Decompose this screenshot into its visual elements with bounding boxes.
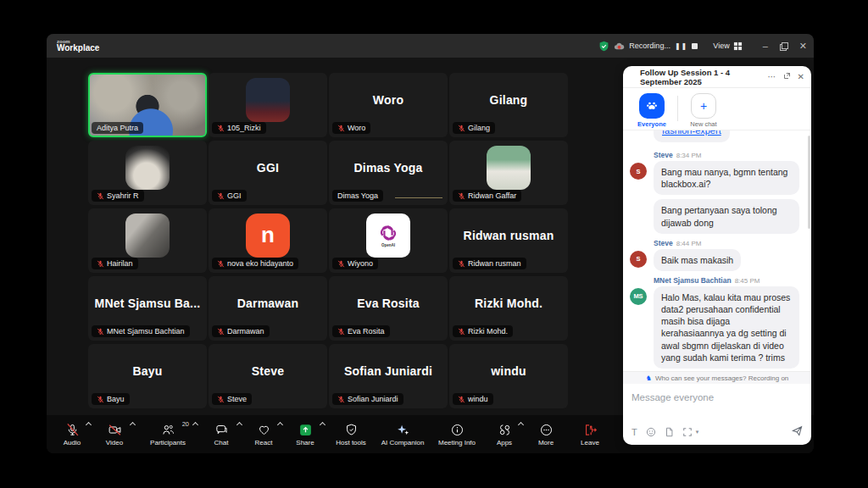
chat-link[interactable]: fashion-expert (662, 130, 721, 136)
muted-mic-icon (217, 396, 225, 403)
sender-name: Steve (654, 151, 673, 159)
react-button[interactable]: React (243, 415, 284, 453)
avatar: MS (630, 288, 647, 305)
host-tools-button[interactable]: Host tools (326, 415, 376, 453)
muted-mic-icon (337, 125, 345, 132)
chat-message-list[interactable]: fashion-expert Steve 8:34 PM S Bang mau … (623, 130, 811, 371)
chat-more-options-icon[interactable]: ⋯ (768, 73, 776, 81)
participant-tile-rizki-mohd[interactable]: Rizki Mohd. Rizki Mohd. (449, 276, 568, 341)
muted-mic-icon (217, 192, 225, 200)
clipped-message: fashion-expert (654, 130, 803, 147)
participant-label: Dimas Yoga (332, 190, 383, 202)
participant-tile-ridwan-rusman[interactable]: Ridwan rusman Ridwan rusman (449, 208, 568, 273)
chat-button[interactable]: Chat (199, 415, 243, 453)
participant-label: nova eko hidayanto (212, 258, 298, 269)
message-time: 8:34 PM (676, 152, 702, 159)
participants-options-caret[interactable] (193, 422, 198, 426)
participant-tile-nova-eko-hidayanto[interactable]: n nova eko hidayanto (209, 208, 327, 273)
participant-tile-gilang[interactable]: Gilang Gilang (449, 73, 568, 137)
chat-message-group: MNet Sjamsu Bachtian 8:45 PM MS Halo Mas… (630, 276, 803, 369)
apps-options-caret[interactable] (519, 422, 523, 426)
participant-label: Gilang (453, 122, 495, 134)
participant-tile-bayu[interactable]: Bayu Bayu (88, 344, 207, 408)
apps-button[interactable]: Apps (484, 415, 525, 453)
new-chat-button[interactable]: + New chat (685, 93, 722, 128)
text-format-icon[interactable]: T (632, 428, 637, 437)
muted-mic-icon (337, 396, 345, 403)
close-window-button[interactable]: ✕ (799, 42, 807, 51)
stop-recording-button[interactable] (692, 43, 698, 49)
chat-panel: Follow Up Session 1 - 4 September 2025 ⋯… (623, 66, 811, 445)
participant-tile-woro[interactable]: Woro Woro (329, 73, 448, 137)
participant-tile-aditya-putra[interactable]: Aditya Putra (88, 73, 207, 137)
participant-tile-wiyono[interactable]: OpenAI Wiyono (329, 208, 448, 273)
participant-tile-ridwan-gaffar[interactable]: Ridwan Gaffar (449, 141, 568, 205)
privacy-notice[interactable]: ♞ Who can see your messages? Recording o… (623, 371, 811, 384)
chevron-down-icon[interactable]: ▾ (696, 429, 699, 435)
participant-tile-syahrir-r[interactable]: Syahrir R (88, 141, 207, 205)
participant-tile-ggi[interactable]: GGI GGI (209, 141, 327, 205)
participant-tile-darmawan[interactable]: Darmawan Darmawan (209, 276, 327, 341)
participants-button[interactable]: Participants 20 (136, 415, 199, 453)
participant-tile-windu[interactable]: windu windu (449, 344, 568, 408)
send-message-button[interactable] (792, 424, 803, 440)
chat-bubble-icon (214, 423, 229, 437)
security-shield-icon[interactable] (598, 41, 609, 52)
participant-tile-sofian-juniardi[interactable]: Sofian Juniardi Sofian Juniardi (329, 344, 448, 408)
zoom-workplace-logo: zoom Workplace (57, 39, 99, 53)
participant-label: Wiyono (332, 258, 378, 269)
participant-tile-105-rizki[interactable]: 105_Rizki (209, 73, 327, 137)
participant-label: Bayu (92, 393, 130, 405)
attach-file-icon[interactable] (665, 427, 674, 437)
avatar (487, 146, 531, 190)
more-button[interactable]: More (525, 415, 567, 453)
chat-message-input[interactable] (632, 392, 803, 402)
screen: zoom Workplace Recording... ❚❚ (0, 0, 868, 488)
letter-avatar: n (246, 214, 290, 258)
muted-mic-icon (217, 328, 225, 336)
avatar (125, 146, 170, 190)
react-options-caret[interactable] (278, 422, 282, 426)
pop-out-icon[interactable] (783, 72, 791, 81)
audio-indicator-line (395, 197, 442, 198)
participant-tile-eva-rosita[interactable]: Eva Rosita Eva Rosita (329, 276, 448, 341)
muted-mic-icon (217, 125, 225, 132)
audio-options-caret[interactable] (86, 422, 91, 426)
video-options-caret[interactable] (131, 422, 135, 426)
participant-label: windu (453, 393, 493, 405)
share-button[interactable]: Share (284, 415, 326, 453)
tab-everyone[interactable]: Everyone (633, 93, 670, 128)
participant-tile-dimas-yoga[interactable]: Dimas Yoga Dimas Yoga (329, 141, 448, 205)
ai-companion-button[interactable]: AI Companion (376, 415, 430, 453)
video-button[interactable]: Video (92, 415, 136, 453)
muted-mic-icon (337, 260, 345, 268)
leave-button[interactable]: Leave (567, 415, 613, 453)
muted-mic-icon (217, 260, 225, 268)
pause-recording-button[interactable]: ❚❚ (675, 42, 687, 50)
restore-button[interactable] (780, 42, 787, 50)
minimize-button[interactable]: – (763, 42, 768, 51)
muted-mic-icon (458, 328, 465, 336)
audio-button[interactable]: Audio (52, 415, 92, 453)
muted-mic-icon (97, 328, 104, 336)
message-time: 8:45 PM (735, 277, 760, 285)
close-chat-icon[interactable]: ✕ (798, 73, 804, 81)
muted-mic-toolbar-icon (65, 423, 80, 437)
chat-options-caret[interactable] (237, 422, 242, 426)
participant-tile-steve[interactable]: Steve Steve (209, 344, 327, 408)
participant-tile-mnet-sjamsu[interactable]: MNet Sjamsu Ba... MNet Sjamsu Bachtian (88, 276, 207, 341)
person-info-icon: ♞ (646, 374, 652, 382)
chat-scrollbar[interactable] (808, 136, 810, 229)
participant-tile-hairilan[interactable]: Hairilan (88, 208, 207, 273)
share-options-caret[interactable] (320, 422, 325, 426)
view-button[interactable]: View (713, 42, 742, 51)
screenshot-icon[interactable] (682, 427, 693, 437)
participant-label: Rizki Mohd. (453, 325, 513, 337)
meeting-info-button[interactable]: Meeting Info (430, 415, 484, 453)
grid-view-icon (733, 42, 743, 51)
emoji-picker-icon[interactable] (646, 427, 656, 437)
avatar: S (630, 163, 647, 180)
heart-icon (257, 423, 271, 437)
muted-mic-icon (458, 260, 465, 268)
participant-label: Steve (212, 393, 252, 405)
